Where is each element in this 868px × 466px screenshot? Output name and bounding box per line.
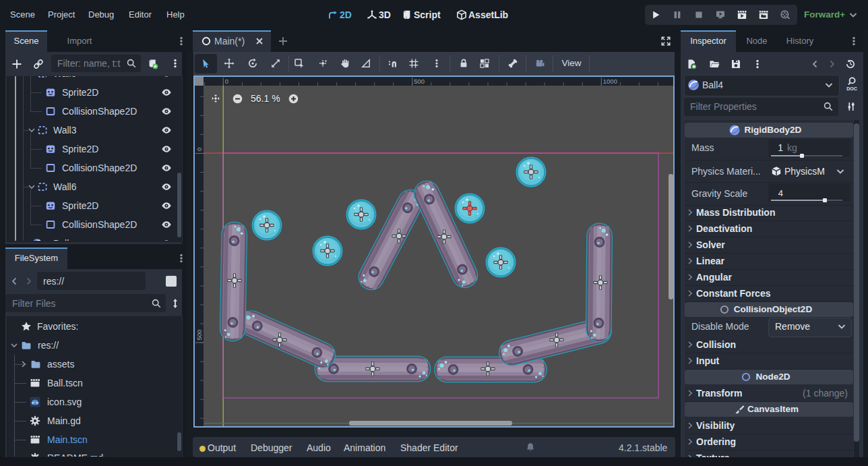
svg-text:0: 0	[225, 78, 228, 85]
svg-text:0: 0	[195, 148, 203, 151]
svg-text:500: 500	[414, 78, 425, 85]
svg-text:DOC: DOC	[846, 86, 857, 91]
svg-text:500: 500	[195, 330, 203, 341]
svg-text:1000: 1000	[603, 78, 617, 85]
